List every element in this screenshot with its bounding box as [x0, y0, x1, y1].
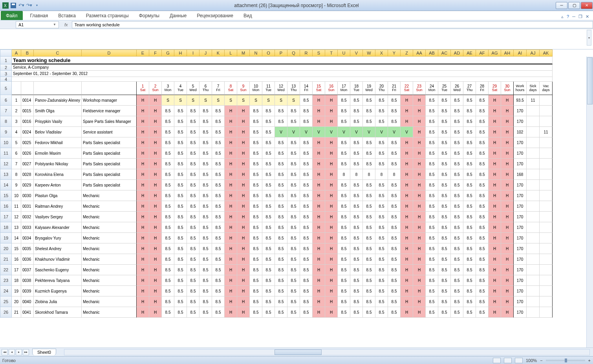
- cell[interactable]: 8.5: [476, 116, 489, 127]
- cell[interactable]: H: [313, 116, 325, 127]
- cell[interactable]: 170: [514, 265, 527, 275]
- cell[interactable]: H: [401, 265, 413, 275]
- cell[interactable]: H: [237, 286, 250, 296]
- cell[interactable]: 8.5: [438, 148, 451, 159]
- cell[interactable]: H: [225, 201, 237, 212]
- cell[interactable]: 8.5: [426, 307, 438, 318]
- cell[interactable]: 8.5: [300, 137, 313, 148]
- cell[interactable]: 8.5: [426, 116, 438, 127]
- cell[interactable]: 8.5: [300, 233, 313, 243]
- cell[interactable]: 8.5: [438, 180, 451, 190]
- cell[interactable]: 8.5: [300, 180, 313, 190]
- cell[interactable]: H: [225, 116, 237, 127]
- cell[interactable]: 8.5: [451, 159, 463, 169]
- cell[interactable]: 8.5: [375, 307, 388, 318]
- cell[interactable]: 8.5: [162, 201, 174, 212]
- cell[interactable]: H: [501, 254, 514, 265]
- cell[interactable]: H: [489, 127, 501, 137]
- cell[interactable]: Parts Sales specialist: [82, 137, 137, 148]
- cell[interactable]: 8.5: [338, 233, 350, 243]
- cell[interactable]: H: [325, 159, 338, 169]
- formula-expand-toggle[interactable]: ▾: [587, 30, 591, 46]
- cell[interactable]: 8.5: [451, 95, 463, 106]
- cell[interactable]: H: [237, 254, 250, 265]
- row-header-19[interactable]: 19: [0, 233, 12, 243]
- cell[interactable]: H: [489, 212, 501, 222]
- day-header[interactable]: 10Mon: [250, 82, 262, 95]
- cell[interactable]: 8.5: [375, 212, 388, 222]
- cell[interactable]: 8.5: [338, 243, 350, 254]
- row-header-25[interactable]: 25: [0, 296, 12, 307]
- cell[interactable]: 8: [350, 169, 363, 180]
- cell[interactable]: H: [325, 169, 338, 180]
- cell[interactable]: H: [325, 286, 338, 296]
- cell[interactable]: [82, 82, 137, 95]
- cell[interactable]: H: [489, 233, 501, 243]
- cell[interactable]: 0036: [21, 254, 34, 265]
- cell[interactable]: 170: [514, 180, 527, 190]
- cell[interactable]: 8.5: [300, 169, 313, 180]
- cell[interactable]: 8.5: [275, 233, 287, 243]
- cell[interactable]: 8.5: [451, 180, 463, 190]
- cell[interactable]: H: [401, 137, 413, 148]
- cell[interactable]: H: [313, 212, 325, 222]
- cell[interactable]: [527, 296, 540, 307]
- row-header-20[interactable]: 20: [0, 243, 12, 254]
- cell[interactable]: 0014: [21, 95, 34, 106]
- cell[interactable]: H: [501, 222, 514, 233]
- cell[interactable]: 8.5: [212, 106, 225, 116]
- cell[interactable]: 8.5: [388, 243, 401, 254]
- cell[interactable]: 8.5: [338, 190, 350, 201]
- cell[interactable]: 8.5: [426, 222, 438, 233]
- cell[interactable]: H: [137, 254, 149, 265]
- cell[interactable]: H: [325, 95, 338, 106]
- cell[interactable]: H: [149, 127, 162, 137]
- mdi-restore-icon[interactable]: ❐: [578, 14, 582, 19]
- cell[interactable]: [527, 243, 540, 254]
- cell[interactable]: 8.5: [199, 201, 212, 212]
- cell[interactable]: [540, 148, 553, 159]
- cell[interactable]: 8.5: [300, 222, 313, 233]
- cell[interactable]: 8.5: [451, 286, 463, 296]
- cell[interactable]: 8.5: [451, 243, 463, 254]
- row-header-26[interactable]: 26: [0, 307, 12, 318]
- cell[interactable]: 8.5: [174, 169, 187, 180]
- cell[interactable]: 8.5: [300, 201, 313, 212]
- col-header-AE[interactable]: AE: [463, 49, 476, 57]
- cell[interactable]: 8.5: [338, 275, 350, 286]
- cell[interactable]: H: [401, 275, 413, 286]
- cell[interactable]: Skorokhod Tamara: [34, 307, 82, 318]
- row-header-16[interactable]: 16: [0, 201, 12, 212]
- cell[interactable]: [540, 180, 553, 190]
- cell[interactable]: 8.5: [363, 286, 375, 296]
- cell[interactable]: 8.5: [187, 233, 199, 243]
- cell[interactable]: 8.5: [388, 106, 401, 116]
- row-header-17[interactable]: 17: [0, 212, 12, 222]
- cell[interactable]: 0024: [21, 127, 34, 137]
- view-layout-button[interactable]: [504, 358, 512, 363]
- cell[interactable]: 8.5: [174, 180, 187, 190]
- cell[interactable]: 8.5: [275, 254, 287, 265]
- cell[interactable]: H: [237, 212, 250, 222]
- cell[interactable]: 8.5: [174, 254, 187, 265]
- cell[interactable]: 170: [514, 106, 527, 116]
- name-box[interactable]: A1 ▼: [16, 21, 59, 28]
- cell[interactable]: 8.5: [438, 265, 451, 275]
- cell[interactable]: H: [225, 137, 237, 148]
- cell[interactable]: 8.5: [438, 222, 451, 233]
- cell[interactable]: H: [149, 190, 162, 201]
- cell[interactable]: Mechanic: [82, 212, 137, 222]
- cell[interactable]: 8.5: [426, 106, 438, 116]
- cell[interactable]: 8.5: [199, 286, 212, 296]
- cell[interactable]: 8.5: [438, 190, 451, 201]
- cell[interactable]: H: [313, 275, 325, 286]
- cell[interactable]: 8.5: [438, 116, 451, 127]
- cell[interactable]: 8.5: [187, 307, 199, 318]
- cell[interactable]: 8.5: [275, 169, 287, 180]
- cell[interactable]: H: [413, 243, 426, 254]
- summary-header[interactable]: Workhours: [514, 82, 527, 95]
- cell[interactable]: 8: [388, 169, 401, 180]
- cell[interactable]: H: [325, 307, 338, 318]
- cell[interactable]: H: [413, 159, 426, 169]
- cell[interactable]: 8.5: [463, 127, 476, 137]
